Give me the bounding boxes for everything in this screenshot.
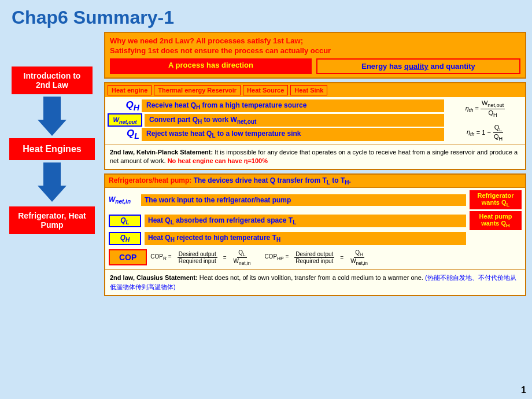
arrow-2 — [38, 162, 66, 202]
ref-header: Refrigerators/heat pump: The devices dri… — [105, 175, 525, 188]
he-var-ql: QL — [108, 128, 139, 141]
intro-line1: Why we need 2nd Law? All processes satis… — [110, 36, 520, 56]
left-column: Introduction to 2nd Law Heat Engines Ref… — [6, 32, 98, 393]
ref-row-1: Wnet,in The work input to the refrigerat… — [109, 190, 522, 209]
he-rows: QH Receive heat QH from a high temperatu… — [108, 99, 444, 142]
arrow-1 — [38, 97, 66, 136]
page-title: Chap6 Summary-1 — [0, 0, 532, 32]
ref-row-3: QH Heat QH rejected to high temperature … — [109, 232, 522, 245]
ref-side-refrigerator: Refrigerator wants QL — [470, 190, 522, 209]
he-row-1: QH Receive heat QH from a high temperatu… — [108, 99, 444, 112]
he-desc-wnet: Convert part QH to work Wnet,out — [145, 114, 444, 127]
right-column: Why we need 2nd Law? All processes satis… — [104, 32, 526, 393]
he-body: QH Receive heat QH from a high temperatu… — [105, 97, 525, 145]
cop-r-eq: = — [223, 254, 227, 261]
ref-row-2: QL Heat QL absorbed from refrigerated sp… — [109, 211, 522, 230]
ref-var-qh: QH — [109, 232, 141, 245]
he-row-3: QL Reject waste heat QL to a low tempera… — [108, 128, 444, 141]
intro-section: Why we need 2nd Law? All processes satis… — [104, 32, 526, 79]
he-formulas: ηth = Wnet,out QH ηth = 1 − QL QH — [448, 99, 523, 142]
formula-eta-1: ηth = Wnet,out QH — [466, 99, 505, 117]
he-row-2: Wnet,out Convert part QH to work Wnet,ou… — [108, 113, 444, 127]
cop-formulas: COPR = Desired output Required input = Q… — [150, 249, 369, 266]
cop-hp-frac2: QH Wnet,in — [349, 249, 369, 266]
he-header-reservoir: Thermal energy Reservoir — [154, 85, 241, 95]
ref-var-wnetin: Wnet,in — [109, 195, 138, 205]
direction-button[interactable]: A process has direction — [110, 58, 312, 74]
quality-post: and quantity — [428, 62, 475, 71]
cop-hp-lhs: COPHP = — [264, 253, 289, 261]
cop-hp-eq: = — [340, 254, 343, 261]
cop-r-frac2: QL Wnet,in — [232, 249, 252, 266]
ref-side-heatpump: Heat pump wants QH — [470, 211, 522, 230]
ref-body: Wnet,in The work input to the refrigerat… — [105, 188, 525, 269]
he-header-row: Heat engine Thermal energy Reservoir Hea… — [105, 83, 525, 97]
he-desc-ql: Reject waste heat QL to a low temperatur… — [142, 128, 444, 141]
he-var-wnet: Wnet,out — [108, 113, 142, 127]
he-2ndlaw-text: 2nd law, Kelvin-Planck Statement: It is … — [105, 145, 525, 169]
heat-engines-box: Heat Engines — [9, 138, 95, 160]
ref-desc-qh: Heat QH rejected to high temperature TH — [145, 232, 466, 245]
cop-label: COP — [109, 249, 147, 265]
quality-button[interactable]: Energy has quality and quantity — [316, 58, 520, 74]
cop-r-lhs: COPR = — [150, 253, 171, 261]
he-desc-qh: Receive heat QH from a high temperature … — [142, 99, 444, 112]
cop-r-frac1: Desired output Required input — [178, 251, 217, 264]
he-header-source: Heat Source — [243, 85, 288, 95]
intro-box: Introduction to 2nd Law — [12, 66, 93, 94]
he-var-qh: QH — [108, 99, 139, 112]
ref-desc-wnetin: The work input to the refrigerator/heat … — [141, 194, 466, 206]
quality-pre: Energy has — [361, 62, 404, 71]
refrigerator-section: Refrigerators/heat pump: The devices dri… — [104, 173, 526, 296]
quality-word: quality — [404, 62, 428, 71]
direction-quality-row: A process has direction Energy has quali… — [110, 58, 520, 74]
heat-engines-section: Heat engine Thermal energy Reservoir Hea… — [104, 82, 526, 170]
refrigerator-box: Refrigerator, Heat Pump — [9, 206, 95, 234]
he-header-engine: Heat engine — [108, 85, 152, 95]
cop-row: COP COPR = Desired output Required input… — [109, 247, 522, 267]
ref-2ndlaw-text: 2nd law, Clausius Statement: Heat does n… — [105, 269, 525, 295]
ref-var-ql: QL — [109, 215, 141, 227]
he-header-sink: Heat Sink — [290, 85, 327, 95]
cop-hp-frac1: Desired output Required input — [294, 251, 334, 264]
ref-desc-ql: Heat QL absorbed from refrigerated space… — [145, 215, 466, 227]
page-number: 1 — [521, 385, 526, 396]
formula-eta-2: ηth = 1 − QL QH — [467, 124, 504, 142]
